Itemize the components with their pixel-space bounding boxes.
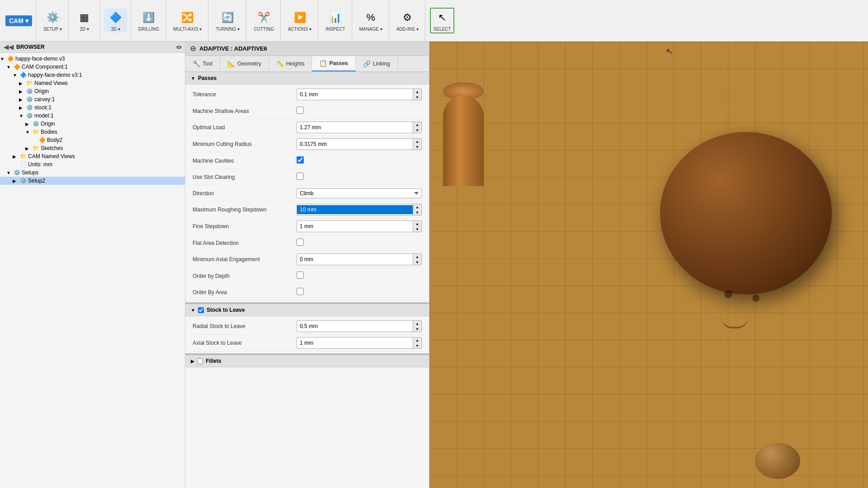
min-axial-input[interactable] [297, 255, 413, 264]
direction-select[interactable]: Climb Conventional Both [297, 188, 422, 198]
axial-stock-control: ▲ ▼ [297, 337, 422, 349]
tree-item[interactable]: ▶⚙️stock:1 [0, 103, 185, 112]
optimal-load-up[interactable]: ▲ [413, 122, 421, 127]
fine-stepdown-up[interactable]: ▲ [413, 221, 421, 226]
2d-icon: ▦ [76, 9, 93, 26]
tree-arrow: ▼ [6, 170, 13, 175]
order-by-area-checkbox[interactable] [297, 288, 304, 295]
setup-button[interactable]: ⚙️ SETUP [41, 9, 65, 33]
axial-stock-down[interactable]: ▼ [413, 343, 421, 348]
axial-stock-up[interactable]: ▲ [413, 338, 421, 343]
cutting-label: CUTTING [254, 27, 274, 32]
select-group: ↖ SELECT [426, 0, 458, 41]
tree-item[interactable]: ▼🔶happy-face-demo v3 [0, 55, 185, 63]
tolerance-input[interactable] [297, 90, 413, 99]
form-body: Tolerance ▲ ▼ Machine Shallow Areas [185, 84, 429, 302]
tolerance-control: ▲ ▼ [297, 89, 422, 100]
direction-control: Climb Conventional Both [297, 188, 422, 198]
select-label: SELECT [434, 27, 451, 32]
tab-geometry-label: Geometry [237, 61, 261, 67]
tree-item[interactable]: ▶⚙️Origin [0, 87, 185, 95]
viewport[interactable]: ↖ [429, 42, 868, 488]
tree-item[interactable]: ▼📁Bodies [0, 128, 185, 136]
use-slot-clearing-checkbox[interactable] [297, 173, 304, 180]
select-button[interactable]: ↖ SELECT [430, 8, 455, 33]
fine-stepdown-input[interactable] [297, 222, 413, 231]
inspect-button[interactable]: 📊 INSPECT [323, 9, 348, 33]
min-axial-down[interactable]: ▼ [413, 259, 421, 265]
tolerance-spinbox: ▲ ▼ [297, 89, 422, 100]
fine-stepdown-down[interactable]: ▼ [413, 226, 421, 232]
optimal-load-input[interactable] [297, 123, 413, 132]
fillets-section-header[interactable]: ▶ Fillets [185, 353, 429, 367]
cutting-button[interactable]: ✂️ CUTTING [251, 9, 276, 33]
stock-section-checkbox[interactable] [198, 307, 204, 313]
tab-geometry[interactable]: 📐 Geometry [220, 56, 269, 71]
tree-item[interactable]: ▶⚙️Origin [0, 120, 185, 128]
3d-icon: 🔷 [108, 9, 124, 26]
fillets-section-checkbox[interactable] [197, 358, 203, 364]
max-roughing-input[interactable] [297, 205, 413, 214]
tree-item[interactable]: ▼⚙️Setups [0, 169, 185, 177]
order-by-depth-checkbox[interactable] [297, 272, 304, 279]
tree-item[interactable]: ▶📁Sketches [0, 144, 185, 152]
actions-button[interactable]: ▶️ ACTIONS [285, 9, 314, 33]
tree-item[interactable]: ▼🔷happy-face-demo v3:1 [0, 71, 185, 79]
passes-section-header[interactable]: ▼ Passes [185, 72, 429, 84]
linking-tab-icon: 🔗 [363, 60, 371, 67]
tolerance-down[interactable]: ▼ [413, 94, 421, 100]
machine-cavities-checkbox[interactable] [297, 156, 304, 164]
axial-stock-label: Axial Stock to Leave [193, 340, 297, 346]
stock-section-header[interactable]: ▼ Stock to Leave [185, 302, 429, 316]
axial-stock-input[interactable] [297, 338, 413, 347]
multiaxis-button[interactable]: 🔀 MULTI-AXIS [170, 9, 204, 33]
min-cutting-radius-input[interactable] [297, 140, 413, 149]
tolerance-up[interactable]: ▲ [413, 89, 421, 94]
stock-form-body: Radial Stock to Leave ▲ ▼ Axial Stock to… [185, 316, 429, 353]
turning-button[interactable]: 🔄 TURNING [213, 9, 242, 33]
tree-item[interactable]: 🔶Body2 [0, 136, 185, 144]
min-cutting-radius-down[interactable]: ▼ [413, 144, 421, 150]
min-cutting-radius-up[interactable]: ▲ [413, 139, 421, 144]
tree-item[interactable]: ▶📁CAM Named Views [0, 152, 185, 160]
tab-tool-label: Tool [203, 61, 212, 67]
machine-shallow-checkbox[interactable] [297, 107, 304, 114]
tree-label: Origin [41, 121, 55, 127]
tolerance-spin-buttons: ▲ ▼ [413, 89, 421, 100]
tab-linking[interactable]: 🔗 Linking [356, 56, 398, 71]
radial-stock-down[interactable]: ▼ [413, 326, 421, 332]
tree-item[interactable]: ▶⚙️Setup2 [0, 177, 185, 185]
max-roughing-down[interactable]: ▼ [413, 210, 421, 215]
browser-back[interactable]: ◀◀ [4, 43, 14, 51]
form-close-button[interactable]: ⊖ [190, 44, 196, 53]
tab-heights[interactable]: 📏 Heights [269, 56, 312, 71]
tab-passes[interactable]: 📋 Passes [312, 56, 355, 71]
flat-area-checkbox[interactable] [297, 239, 304, 246]
drilling-group: ⬇️ DRILLING [132, 0, 166, 41]
max-roughing-up[interactable]: ▲ [413, 204, 421, 210]
radial-stock-input[interactable] [297, 322, 413, 331]
tree-item[interactable]: ▼🔶CAM Component:1 [0, 63, 185, 71]
tree-item[interactable]: 📄Units: mm [0, 160, 185, 169]
actions-label: ACTIONS [288, 27, 311, 32]
tree-label: CAM Component:1 [22, 64, 68, 70]
3d-button[interactable]: 🔷 3D [104, 9, 127, 33]
min-cutting-radius-label: Minimum Cutting Radius [193, 141, 297, 147]
min-axial-up[interactable]: ▲ [413, 254, 421, 259]
tree-label: happy-face-demo v3 [15, 56, 65, 62]
2d-button[interactable]: ▦ 2D [73, 9, 96, 33]
addins-button[interactable]: ⚙ ADD-INS [394, 9, 421, 33]
min-cutting-radius-row: Minimum Cutting Radius ▲ ▼ [185, 136, 429, 153]
machine-cavities-label: Machine Cavities [193, 158, 297, 164]
browser-expand[interactable]: ▭ [176, 44, 181, 50]
manage-button[interactable]: % MANAGE [357, 9, 385, 33]
tree-item[interactable]: ▶⚙️carvey:1 [0, 95, 185, 103]
radial-stock-up[interactable]: ▲ [413, 321, 421, 326]
tree-item[interactable]: ▼⚙️model:1 [0, 112, 185, 120]
tab-tool[interactable]: 🔧 Tool [185, 56, 220, 71]
form-tabs: 🔧 Tool 📐 Geometry 📏 Heights 📋 Passes 🔗 L… [185, 56, 429, 72]
drilling-button[interactable]: ⬇️ DRILLING [136, 9, 162, 33]
cam-dropdown[interactable]: CAM [5, 15, 32, 26]
optimal-load-down[interactable]: ▼ [413, 127, 421, 133]
tree-item[interactable]: ▶📁Named Views [0, 79, 185, 87]
